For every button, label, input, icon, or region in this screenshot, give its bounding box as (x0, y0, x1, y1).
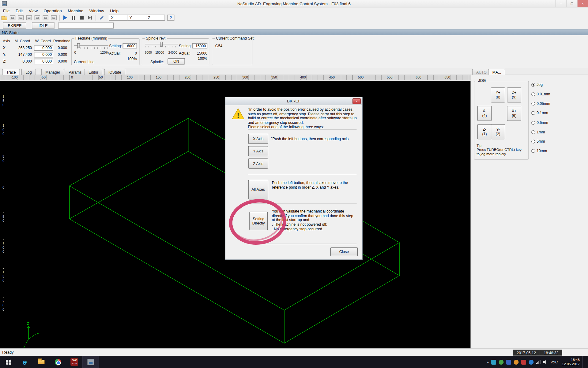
mobile-calibrator-icon[interactable] (42, 14, 49, 21)
taskbar-clock[interactable]: 18:48 12.05.2017 (562, 358, 580, 366)
feedrate-title: Feedrate (mm/min) (74, 36, 108, 40)
minimize-button[interactable]: – (555, 0, 566, 7)
resume-button[interactable] (86, 14, 94, 21)
volume-icon[interactable] (543, 360, 548, 364)
start-button[interactable] (0, 356, 17, 368)
taskbar-solidworks[interactable]: SW 2016 (66, 356, 83, 368)
jog-button-key: (2) (496, 132, 500, 136)
stop-button[interactable] (78, 14, 85, 21)
ruler-label: 50 (99, 75, 103, 79)
spindle-title: Spindle rev: (145, 36, 167, 40)
tray-icon[interactable] (522, 359, 526, 364)
taskbar-chrome[interactable] (50, 356, 66, 368)
center-icon[interactable] (33, 14, 41, 21)
tray-icon[interactable] (507, 359, 511, 364)
jog-x-plus-button[interactable]: X+ (6) (507, 106, 522, 121)
taskbar-ie[interactable]: e (17, 356, 33, 368)
ruler-label: 0 (71, 75, 74, 79)
ruler-label: 450 (329, 75, 335, 79)
language-indicator[interactable]: РУС (551, 360, 558, 364)
jog-z-plus-button[interactable]: Z+ (9) (507, 87, 522, 102)
help-icon[interactable]: ? (167, 15, 174, 21)
feedrate-slider[interactable] (74, 43, 108, 49)
menu-file[interactable]: File (0, 8, 13, 13)
spindle-slider[interactable] (145, 42, 178, 48)
jog-y-plus-button[interactable]: Y+ (8) (491, 87, 505, 102)
y-field[interactable]: Y (128, 15, 146, 20)
show-desktop-button[interactable] (582, 356, 584, 368)
array-icon[interactable] (25, 14, 32, 21)
start-button[interactable] (62, 14, 69, 21)
menu-machine[interactable]: Machine (65, 8, 86, 13)
tray-icon[interactable] (514, 359, 519, 364)
step-option-0-01mm[interactable]: 0.01mm (531, 92, 550, 96)
x-axis-button[interactable]: X Axis (248, 134, 268, 144)
jog-y-minus-button[interactable]: Y- (2) (491, 124, 505, 139)
jog-button-label: X+ (512, 109, 516, 113)
tip-title: Tip: (477, 144, 482, 148)
menu-operation[interactable]: Operation (41, 8, 65, 13)
y-axis-button[interactable]: Y Axis (248, 146, 268, 156)
edit-icon[interactable] (98, 14, 105, 21)
close-button[interactable]: × (577, 0, 588, 7)
ruler-label: 100 (2, 124, 5, 136)
maximize-button[interactable]: □ (566, 0, 577, 7)
taskbar-explorer[interactable] (33, 356, 50, 368)
tab-editor[interactable]: Editor (85, 69, 103, 75)
menu-window[interactable]: Window (86, 8, 107, 13)
tray-icon[interactable] (499, 359, 504, 364)
step-option-0-5mm[interactable]: 0.5mm (531, 121, 548, 125)
spindle-setting-value[interactable]: 15000 (192, 43, 207, 48)
all-axes-button[interactable]: All Axes (248, 180, 268, 200)
menu-view[interactable]: View (26, 8, 41, 13)
pause-button[interactable] (70, 14, 77, 21)
tab-manager[interactable]: Manager (41, 69, 64, 75)
load-icon[interactable] (50, 14, 57, 21)
coord-row-y: Y: 147.400 0.000 0.000 (1, 51, 70, 58)
taskbar-ncstudio[interactable] (82, 356, 99, 368)
step-option-0-1mm[interactable]: 0.1mm (531, 111, 548, 115)
setting-directly-description: You can validate the mechanical coordina… (272, 209, 355, 222)
feedrate-setting-value[interactable]: 6000 (123, 43, 137, 48)
network-icon[interactable] (537, 360, 541, 364)
tab-auto[interactable]: AUTO (472, 69, 491, 75)
col-remained: Remained (53, 39, 69, 43)
ruler-label: 150 (156, 75, 162, 79)
jog-z-minus-button[interactable]: Z- (1) (477, 124, 492, 139)
hidden-icons-chevron[interactable]: ▴ (487, 360, 489, 364)
jog-x-minus-button[interactable]: X- (4) (477, 106, 492, 121)
z-field[interactable]: Z (146, 15, 164, 20)
all-axes-description: Push the left button, then all axes move… (272, 181, 354, 189)
trace-view-icon[interactable] (17, 14, 24, 21)
close-dialog-button[interactable]: Close (330, 247, 358, 256)
open-file-icon[interactable] (0, 14, 8, 21)
spindle-on-button[interactable]: ON (168, 58, 185, 65)
ruler-label: 550 (386, 75, 393, 79)
tab-manual[interactable]: MA... (488, 69, 505, 75)
simulate-icon[interactable] (9, 14, 16, 21)
dialog-titlebar[interactable]: BKREF × (225, 97, 362, 105)
tray-icon[interactable] (492, 359, 496, 364)
jog-button-label: Y+ (496, 90, 500, 95)
mcoord-value: 0.000 (12, 59, 34, 63)
coordinate-entry[interactable]: X Y Z (109, 15, 165, 21)
tab-iostate[interactable]: IOState (104, 69, 125, 75)
feedrate-actual-label: Actual: (109, 51, 120, 55)
setting-directly-button[interactable]: Setting Directly (249, 212, 268, 230)
step-option-jog[interactable]: Jog (531, 82, 543, 86)
menu-help[interactable]: Help (107, 8, 121, 13)
z-axis-button[interactable]: Z Axis (248, 159, 268, 169)
step-option-1mm[interactable]: 1mm (531, 130, 545, 134)
step-option-10mm[interactable]: 10mm (531, 149, 547, 153)
x-field[interactable]: X (109, 15, 127, 20)
tab-log[interactable]: Log (21, 69, 36, 75)
bluetooth-icon[interactable] (529, 359, 534, 364)
step-option-0-05mm[interactable]: 0.05mm (531, 102, 550, 105)
ruler-label: 650 (444, 75, 450, 79)
tab-params[interactable]: Params (65, 69, 86, 75)
menu-edit[interactable]: Edit (13, 8, 26, 13)
dialog-close-button[interactable]: × (352, 98, 361, 104)
bkref-button[interactable]: BKREF (3, 22, 26, 29)
step-option-5mm[interactable]: 5mm (531, 139, 545, 143)
tab-trace[interactable]: Trace (2, 69, 20, 75)
